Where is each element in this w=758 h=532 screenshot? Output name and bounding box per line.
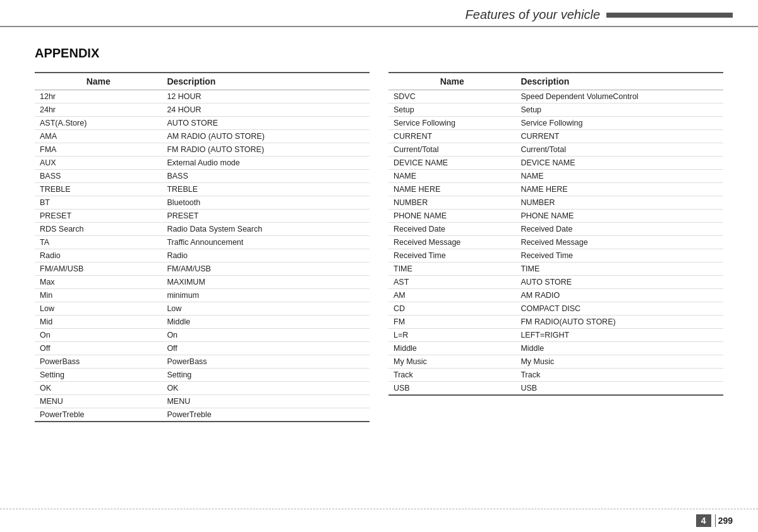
row-description: LEFT=RIGHT bbox=[515, 329, 723, 342]
row-description: USB bbox=[515, 382, 723, 396]
row-description: On bbox=[162, 329, 370, 342]
row-name: FMA bbox=[35, 143, 162, 157]
table-row: FM/AM/USBFM/AM/USB bbox=[35, 263, 370, 276]
table-row: USBUSB bbox=[388, 382, 723, 396]
row-description: PHONE NAME bbox=[515, 210, 723, 223]
table-row: Minminimum bbox=[35, 289, 370, 302]
row-name: MENU bbox=[35, 395, 162, 408]
page-number: 4 299 bbox=[696, 514, 733, 527]
row-name: PowerTreble bbox=[35, 408, 162, 422]
appendix-title: APPENDIX bbox=[35, 46, 723, 61]
table-row: PRESETPRESET bbox=[35, 210, 370, 223]
row-description: Received Time bbox=[515, 249, 723, 263]
row-description: Setup bbox=[515, 103, 723, 117]
row-description: Traffic Announcement bbox=[162, 236, 370, 249]
row-name: TREBLE bbox=[35, 183, 162, 196]
row-description: Speed Dependent VolumeControl bbox=[515, 90, 723, 103]
table-row: AST(A.Store)AUTO STORE bbox=[35, 117, 370, 130]
row-description: COMPACT DISC bbox=[515, 302, 723, 316]
table-row: RadioRadio bbox=[35, 249, 370, 263]
table-row: AMAAM RADIO (AUTO STORE) bbox=[35, 130, 370, 143]
right-table-header-row: Name Description bbox=[388, 73, 723, 90]
table-row: PowerBassPowerBass bbox=[35, 355, 370, 369]
row-name: OK bbox=[35, 382, 162, 395]
row-name: BASS bbox=[35, 170, 162, 183]
row-name: FM/AM/USB bbox=[35, 263, 162, 276]
row-description: TREBLE bbox=[162, 183, 370, 196]
table-row: NUMBERNUMBER bbox=[388, 196, 723, 210]
row-name: Received Time bbox=[388, 249, 515, 263]
row-name: AM bbox=[388, 289, 515, 302]
row-description: NAME HERE bbox=[515, 183, 723, 196]
row-description: FM RADIO(AUTO STORE) bbox=[515, 316, 723, 329]
table-row: NAME HERENAME HERE bbox=[388, 183, 723, 196]
page-num: 299 bbox=[718, 516, 733, 526]
right-table: Name Description SDVCSpeed Dependent Vol… bbox=[388, 72, 723, 396]
table-row: SetupSetup bbox=[388, 103, 723, 117]
table-row: CDCOMPACT DISC bbox=[388, 302, 723, 316]
row-description: Off bbox=[162, 342, 370, 355]
row-description: NUMBER bbox=[515, 196, 723, 210]
table-row: ASTAUTO STORE bbox=[388, 276, 723, 289]
footer-divider bbox=[715, 514, 716, 527]
table-row: My MusicMy Music bbox=[388, 355, 723, 369]
row-description: AM RADIO bbox=[515, 289, 723, 302]
table-row: BTBluetooth bbox=[35, 196, 370, 210]
row-description: FM RADIO (AUTO STORE) bbox=[162, 143, 370, 157]
row-description: FM/AM/USB bbox=[162, 263, 370, 276]
row-name: FM bbox=[388, 316, 515, 329]
table-row: PowerTreblePowerTreble bbox=[35, 408, 370, 422]
table-row: 12hr12 HOUR bbox=[35, 90, 370, 103]
row-description: Setting bbox=[162, 369, 370, 382]
row-name: CD bbox=[388, 302, 515, 316]
row-name: RDS Search bbox=[35, 223, 162, 236]
row-description: PRESET bbox=[162, 210, 370, 223]
header-bar bbox=[606, 13, 733, 18]
table-row: Service FollowingService Following bbox=[388, 117, 723, 130]
left-col-desc-header: Description bbox=[162, 73, 370, 90]
left-table: Name Description 12hr12 HOUR24hr24 HOURA… bbox=[35, 72, 370, 422]
table-row: Received MessageReceived Message bbox=[388, 236, 723, 249]
right-col-desc-header: Description bbox=[515, 73, 723, 90]
chapter-number: 4 bbox=[696, 514, 711, 527]
table-row: 24hr24 HOUR bbox=[35, 103, 370, 117]
left-table-header-row: Name Description bbox=[35, 73, 370, 90]
row-description: Low bbox=[162, 302, 370, 316]
row-description: Track bbox=[515, 369, 723, 382]
table-row: SDVCSpeed Dependent VolumeControl bbox=[388, 90, 723, 103]
row-name: AMA bbox=[35, 130, 162, 143]
row-description: PowerBass bbox=[162, 355, 370, 369]
row-name: CURRENT bbox=[388, 130, 515, 143]
table-row: NAMENAME bbox=[388, 170, 723, 183]
row-name: Low bbox=[35, 302, 162, 316]
row-name: Min bbox=[35, 289, 162, 302]
row-name: Setup bbox=[388, 103, 515, 117]
left-table-section: Name Description 12hr12 HOUR24hr24 HOURA… bbox=[35, 72, 370, 422]
row-name: Setting bbox=[35, 369, 162, 382]
row-description: NAME bbox=[515, 170, 723, 183]
row-description: Radio bbox=[162, 249, 370, 263]
row-name: Mid bbox=[35, 316, 162, 329]
row-name: NUMBER bbox=[388, 196, 515, 210]
row-name: Track bbox=[388, 369, 515, 382]
table-row: SettingSetting bbox=[35, 369, 370, 382]
row-description: Bluetooth bbox=[162, 196, 370, 210]
table-row: TIMETIME bbox=[388, 263, 723, 276]
table-row: Received DateReceived Date bbox=[388, 223, 723, 236]
row-description: AUTO STORE bbox=[515, 276, 723, 289]
row-description: TIME bbox=[515, 263, 723, 276]
row-description: BASS bbox=[162, 170, 370, 183]
table-row: PHONE NAMEPHONE NAME bbox=[388, 210, 723, 223]
row-description: 12 HOUR bbox=[162, 90, 370, 103]
page-footer: 4 299 bbox=[0, 509, 758, 532]
row-name: BT bbox=[35, 196, 162, 210]
row-description: Middle bbox=[515, 342, 723, 355]
table-row: AUXExternal Audio mode bbox=[35, 157, 370, 170]
table-row: RDS SearchRadio Data System Search bbox=[35, 223, 370, 236]
main-content: APPENDIX Name Description 12hr12 HOUR24h… bbox=[0, 27, 758, 435]
row-name: Radio bbox=[35, 249, 162, 263]
row-name: PowerBass bbox=[35, 355, 162, 369]
table-row: Received TimeReceived Time bbox=[388, 249, 723, 263]
row-description: 24 HOUR bbox=[162, 103, 370, 117]
row-name: AUX bbox=[35, 157, 162, 170]
